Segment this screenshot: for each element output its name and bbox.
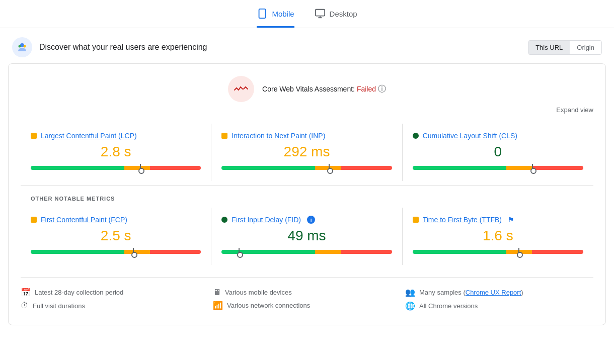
core-metrics-grid: Largest Contentful Paint (LCP) 2.8 s Int… <box>21 124 593 181</box>
fcp-value: 2.5 s <box>31 228 201 244</box>
origin-button[interactable]: Origin <box>570 41 601 54</box>
cls-bar-green <box>413 166 507 170</box>
people-icon: 👥 <box>405 288 415 297</box>
other-metrics-label: OTHER NOTABLE METRICS <box>21 196 593 202</box>
inp-name[interactable]: Interaction to Next Paint (INP) <box>232 132 325 140</box>
url-origin-toggle: This URL Origin <box>528 40 602 55</box>
metric-cls-label: Cumulative Layout Shift (CLS) <box>413 132 583 140</box>
fid-marker <box>239 248 240 256</box>
footer-chrome-text: All Chrome versions <box>419 302 478 310</box>
lcp-name[interactable]: Largest Contentful Paint (LCP) <box>41 132 137 140</box>
section-divider <box>21 185 593 186</box>
assessment-failed-icon <box>228 76 254 102</box>
section-icon <box>12 37 32 57</box>
header-section: Discover what your real users are experi… <box>0 28 614 63</box>
fid-value: 49 ms <box>221 228 392 244</box>
calendar-icon: 📅 <box>21 288 31 297</box>
lcp-value: 2.8 s <box>31 144 201 160</box>
footer-info: 📅 Latest 28-day collection period ⏱ Full… <box>21 277 593 313</box>
header-left: Discover what your real users are experi… <box>12 37 207 57</box>
this-url-button[interactable]: This URL <box>528 41 570 54</box>
metric-lcp-label: Largest Contentful Paint (LCP) <box>31 132 201 140</box>
fcp-bar-red <box>150 250 201 254</box>
metric-ttfb: Time to First Byte (TTFB) ⚑ 1.6 s <box>403 208 593 265</box>
cls-name[interactable]: Cumulative Layout Shift (CLS) <box>423 132 517 140</box>
lcp-bar-orange <box>124 166 150 170</box>
assessment-header: Core Web Vitals Assessment: Failed ⓘ <box>21 76 593 102</box>
metric-fid: First Input Delay (FID) i 49 ms <box>211 208 402 265</box>
tab-mobile[interactable]: Mobile <box>257 8 294 28</box>
metric-lcp: Largest Contentful Paint (LCP) 2.8 s <box>21 124 211 181</box>
cls-bar-red <box>532 166 583 170</box>
ttfb-progress-bar <box>413 250 583 255</box>
metric-fcp: First Contentful Paint (FCP) 2.5 s <box>21 208 211 265</box>
fid-info-icon[interactable]: i <box>307 216 315 224</box>
devices-icon: 🖥 <box>213 288 221 297</box>
fid-progress-bar <box>221 250 392 255</box>
header-title: Discover what your real users are experi… <box>39 43 207 52</box>
cls-bar-orange <box>506 166 532 170</box>
svg-point-7 <box>24 45 26 48</box>
footer-item-devices: 🖥 Various mobile devices <box>213 286 401 299</box>
metric-fid-label: First Input Delay (FID) i <box>221 216 392 224</box>
assessment-text: Core Web Vitals Assessment: Failed ⓘ <box>262 84 386 95</box>
stopwatch-icon: ⏱ <box>21 301 29 310</box>
fid-bar-orange <box>315 250 341 254</box>
metric-ttfb-label: Time to First Byte (TTFB) ⚑ <box>413 216 583 224</box>
footer-samples-text: Many samples (Chrome UX Report) <box>419 289 523 296</box>
ttfb-bar-green <box>413 250 507 254</box>
footer-item-samples: 👥 Many samples (Chrome UX Report) <box>405 286 593 299</box>
fcp-marker <box>133 248 134 256</box>
metric-cls: Cumulative Layout Shift (CLS) 0 <box>403 124 593 181</box>
footer-col1: 📅 Latest 28-day collection period ⏱ Full… <box>21 286 209 313</box>
cls-value: 0 <box>413 144 583 160</box>
tab-desktop-label: Desktop <box>330 10 357 18</box>
cls-progress-bar <box>413 166 583 171</box>
assessment-info-icon[interactable]: ⓘ <box>378 84 386 93</box>
assessment-status: Failed <box>357 85 376 93</box>
mobile-icon <box>257 8 268 19</box>
lcp-marker <box>140 164 141 172</box>
tab-mobile-label: Mobile <box>272 10 294 18</box>
footer-col2: 🖥 Various mobile devices 📶 Various netwo… <box>213 286 401 313</box>
fid-dot <box>221 217 227 223</box>
footer-duration-text: Full visit durations <box>33 302 85 310</box>
inp-value: 292 ms <box>221 144 392 160</box>
ttfb-dot <box>413 217 419 223</box>
inp-marker <box>329 164 330 172</box>
footer-collection-text: Latest 28-day collection period <box>35 289 123 296</box>
tab-desktop[interactable]: Desktop <box>315 8 357 28</box>
expand-view-button[interactable]: Expand view <box>21 106 593 114</box>
ttfb-name[interactable]: Time to First Byte (TTFB) <box>423 216 502 224</box>
ttfb-marker <box>518 248 519 256</box>
fid-name[interactable]: First Input Delay (FID) <box>232 216 301 224</box>
tab-bar: Mobile Desktop <box>0 0 614 28</box>
lcp-bar-green <box>31 166 124 170</box>
fid-bar-green <box>221 250 315 254</box>
metric-inp-label: Interaction to Next Paint (INP) <box>221 132 392 140</box>
fcp-dot <box>31 217 37 223</box>
svg-rect-0 <box>259 9 266 18</box>
footer-devices-text: Various mobile devices <box>225 289 292 296</box>
fcp-name[interactable]: First Contentful Paint (FCP) <box>41 216 127 224</box>
fcp-progress-bar <box>31 250 201 255</box>
svg-rect-2 <box>315 10 324 16</box>
lcp-bar-red <box>150 166 201 170</box>
ttfb-bar-red <box>532 250 583 254</box>
other-metrics-grid: First Contentful Paint (FCP) 2.5 s First… <box>21 208 593 265</box>
ttfb-flag-icon: ⚑ <box>508 216 514 224</box>
chrome-icon: 🌐 <box>405 301 415 311</box>
ttfb-value: 1.6 s <box>413 228 583 244</box>
fcp-bar-green <box>31 250 124 254</box>
footer-item-collection: 📅 Latest 28-day collection period <box>21 286 209 299</box>
lcp-progress-bar <box>31 166 201 171</box>
metric-fcp-label: First Contentful Paint (FCP) <box>31 216 201 224</box>
chrome-ux-report-link[interactable]: Chrome UX Report <box>466 289 521 296</box>
metric-inp: Interaction to Next Paint (INP) 292 ms <box>211 124 402 181</box>
cls-dot <box>413 133 419 139</box>
fid-bar-red <box>341 250 392 254</box>
svg-point-6 <box>19 45 21 48</box>
network-icon: 📶 <box>213 301 223 310</box>
footer-item-chrome: 🌐 All Chrome versions <box>405 299 593 313</box>
inp-dot <box>221 133 227 139</box>
